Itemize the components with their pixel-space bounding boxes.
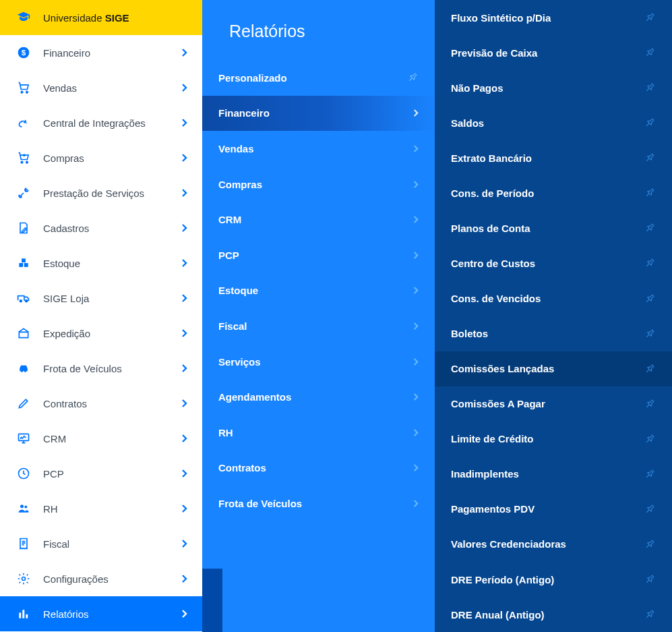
report-label: Comissões Lançadas [451,363,644,374]
svg-line-21 [646,53,649,56]
sidebar-item-boxes[interactable]: Estoque [0,246,202,281]
categories-panel: Relatórios PersonalizadoFinanceiroVendas… [202,0,435,632]
category-item-8[interactable]: Serviços [202,344,435,380]
active-indicator [202,569,222,632]
svg-point-3 [26,91,28,93]
sidebar-item-label: Estoque [43,258,181,269]
svg-line-23 [646,123,649,126]
category-item-2[interactable]: Vendas [202,131,435,167]
bars-icon [13,607,34,621]
pin-icon[interactable] [644,187,656,199]
category-item-9[interactable]: Agendamentos [202,379,435,415]
chevron-right-icon [181,188,187,198]
pin-icon[interactable] [644,47,656,59]
sidebar-item-label: Contratos [43,398,181,409]
sidebar-item-cartdown[interactable]: Compras [0,140,202,175]
sidebar-item-label: Vendas [43,82,181,94]
category-item-7[interactable]: Fiscal [202,308,435,344]
pin-icon[interactable] [644,152,656,164]
report-item-16[interactable]: DRE Período (Antigo) [435,562,672,597]
report-item-12[interactable]: Limite de Crédito [435,422,672,457]
sidebar-item-label: Financeiro [43,47,181,59]
sidebar-item-note[interactable]: Cadastros [0,210,202,246]
report-item-7[interactable]: Centro de Custos [435,246,672,281]
pin-icon[interactable] [644,573,656,585]
chevron-right-icon [181,293,187,303]
report-item-9[interactable]: Boletos [435,316,672,351]
report-item-8[interactable]: Cons. de Vencidos [435,281,672,316]
pin-icon[interactable] [644,117,656,129]
report-label: Não Pagos [451,82,644,94]
sidebar-item-bars[interactable]: Relatórios [0,596,202,631]
pin-icon[interactable] [644,11,656,24]
sidebar-item-cart[interactable]: Vendas [0,70,202,105]
pin-icon[interactable] [644,398,656,410]
chevron-right-icon [181,469,187,478]
report-item-3[interactable]: Saldos [435,105,672,140]
svg-line-37 [646,615,649,618]
category-item-4[interactable]: CRM [202,202,435,237]
sidebar-item-people[interactable]: RH [0,491,202,526]
sidebar-item-graduation[interactable]: Universidade SIGE [0,0,202,35]
pin-icon[interactable] [644,257,656,269]
report-item-10[interactable]: Comissões Lançadas [435,351,672,386]
chevron-right-icon [413,322,419,331]
sidebar-item-van[interactable]: SIGE Loja [0,281,202,316]
pin-icon[interactable] [644,503,656,515]
pin-icon[interactable] [644,82,656,94]
pin-icon[interactable] [644,293,656,305]
house-icon [13,326,34,340]
report-item-0[interactable]: Fluxo Sintético p/Dia [435,0,672,35]
report-item-14[interactable]: Pagamentos PDV [435,492,672,527]
sidebar-item-monitor[interactable]: CRM [0,421,202,456]
sidebar-item-clock[interactable]: PCP [0,456,202,491]
category-item-3[interactable]: Compras [202,167,435,202]
category-item-5[interactable]: PCP [202,237,435,273]
sidebar-item-gear[interactable]: Configurações [0,561,202,596]
sidebar-item-house[interactable]: Expedição [0,316,202,351]
sidebar-item-share[interactable]: Central de Integrações [0,105,202,140]
sidebar-item-car[interactable]: Frota de Veículos [0,351,202,386]
report-label: Saldos [451,117,644,129]
category-item-0[interactable]: Personalizado [202,60,435,96]
sidebar-item-label: CRM [43,433,181,444]
report-item-15[interactable]: Valores Credenciadoras [435,527,672,562]
sidebar: Universidade SIGE$FinanceiroVendasCentra… [0,0,202,632]
report-item-11[interactable]: Comissões A Pagar [435,386,672,422]
pin-icon[interactable] [644,608,656,621]
report-item-4[interactable]: Extrato Bancário [435,140,672,175]
category-item-11[interactable]: Contratos [202,451,435,486]
sidebar-item-pen[interactable]: Contratos [0,386,202,421]
category-item-10[interactable]: RH [202,415,435,451]
pin-icon[interactable] [644,328,656,340]
report-item-1[interactable]: Previsão de Caixa [435,35,672,70]
pin-icon[interactable] [644,363,656,375]
svg-point-13 [20,505,24,508]
report-item-2[interactable]: Não Pagos [435,70,672,105]
report-label: DRE Anual (Antigo) [451,609,644,621]
sidebar-item-tools[interactable]: Prestação de Serviços [0,175,202,210]
report-item-17[interactable]: DRE Anual (Antigo) [435,597,672,632]
monitor-icon [13,432,34,445]
category-label: Fiscal [218,320,413,332]
report-label: DRE Período (Antigo) [451,574,644,585]
report-item-5[interactable]: Cons. de Período [435,175,672,210]
report-item-6[interactable]: Planos de Conta [435,210,672,246]
svg-line-33 [646,474,649,477]
sidebar-item-receipt[interactable]: Fiscal [0,526,202,561]
boxes-icon [13,256,34,270]
cartdown-icon [13,151,34,165]
category-item-1[interactable]: Financeiro [202,96,435,132]
svg-line-32 [646,439,649,442]
svg-point-10 [26,300,28,302]
report-item-13[interactable]: Inadimplentes [435,457,672,492]
pin-icon[interactable] [644,222,656,234]
sidebar-item-dollar[interactable]: $Financeiro [0,35,202,70]
pin-icon[interactable] [644,538,656,550]
pin-icon[interactable] [644,433,656,445]
report-label: Extrato Bancário [451,152,644,164]
pin-icon[interactable] [644,468,656,480]
category-item-6[interactable]: Estoque [202,273,435,309]
category-item-12[interactable]: Frota de Veículos [202,486,435,521]
chevron-right-icon [413,428,419,437]
